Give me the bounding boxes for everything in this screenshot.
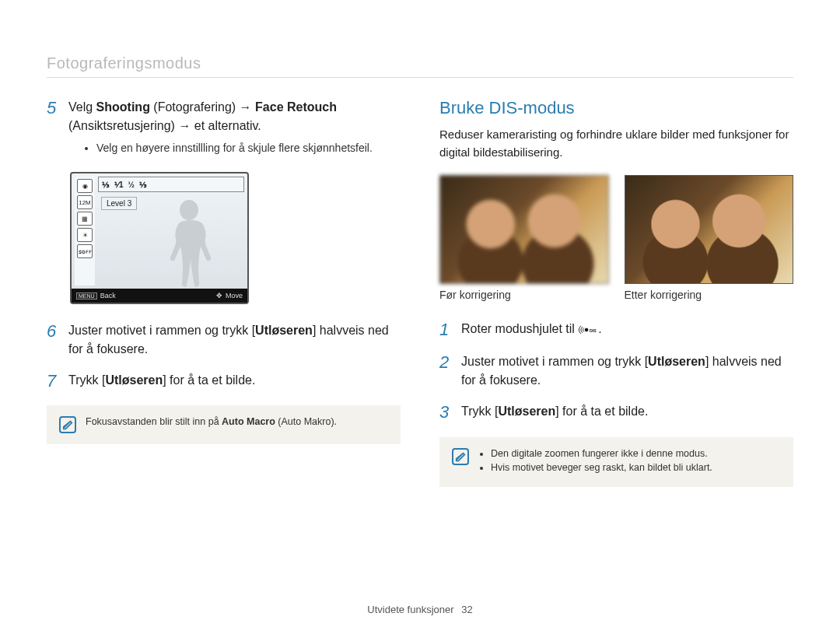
before-image (439, 175, 609, 284)
move-icon: ✥ (216, 292, 222, 299)
step-1: 1 Roter modushjulet til DIS. (439, 320, 793, 340)
note-icon (59, 416, 76, 433)
svg-point-0 (585, 328, 588, 331)
note-icon (452, 448, 469, 465)
back-label: Back (100, 292, 116, 299)
dis-mode-icon: DIS (578, 323, 598, 337)
step-text: Juster motivet i rammen og trykk [Utløse… (461, 352, 793, 390)
step-6: 6 Juster motivet i rammen og trykk [Utlø… (47, 321, 401, 359)
step-text: Roter modushjulet til DIS. (461, 320, 793, 340)
step-number: 1 (439, 320, 453, 340)
step-5: 5 Velg Shooting (Fotografering) → Face R… (47, 98, 401, 159)
note-item: Den digitale zoomen fungerer ikke i denn… (491, 448, 712, 459)
note-list: Den digitale zoomen fungerer ikke i denn… (491, 448, 712, 476)
lcd-icon: ◉ (77, 179, 93, 193)
step-number: 7 (47, 371, 61, 391)
menu-icon: MENU (76, 292, 97, 299)
right-column: Bruke DIS-modus Reduser kameraristing og… (439, 98, 793, 487)
step-text: Trykk [Utløseren] for å ta et bilde. (68, 371, 401, 391)
footer-text: Utvidete funksjoner (367, 604, 453, 615)
step-text: Velg Shooting (Fotografering) → Face Ret… (68, 98, 401, 159)
before-caption: Før korrigering (439, 289, 609, 301)
step-number: 6 (47, 321, 61, 359)
example-image-row (439, 175, 793, 284)
section-header: Fotograferingsmodus (47, 54, 793, 78)
silhouette-icon (158, 194, 220, 287)
lcd-icon: 12M (77, 195, 93, 209)
intro-paragraph: Reduser kameraristing og forhindre uklar… (439, 126, 793, 161)
lcd-left-icons: ◉ 12M ▦ ☀ ꜱᴏꜰꜰ (75, 177, 95, 285)
lcd-icon: ꜱᴏꜰꜰ (77, 244, 93, 258)
step-number: 5 (47, 98, 61, 159)
page-footer: Utvidete funksjoner 32 (0, 604, 840, 615)
note-box: Fokusavstanden blir stilt inn på Auto Ma… (47, 405, 401, 444)
step-7: 7 Trykk [Utløseren] for å ta et bilde. (47, 371, 401, 391)
note-text: Fokusavstanden blir stilt inn på Auto Ma… (86, 416, 337, 433)
lcd-top-icons: ⅓ ⅟1 ½ ⅓ (98, 177, 244, 192)
section-title: Bruke DIS-modus (439, 98, 793, 118)
step-number: 2 (439, 352, 453, 390)
left-column: 5 Velg Shooting (Fotografering) → Face R… (47, 98, 401, 487)
lcd-level-label: Level 3 (101, 197, 137, 210)
step-2: 2 Juster motivet i rammen og trykk [Utlø… (439, 352, 793, 390)
svg-text:DIS: DIS (590, 328, 597, 333)
lcd-icon: ☀ (77, 228, 93, 242)
page-number: 32 (461, 604, 472, 615)
step-3: 3 Trykk [Utløseren] for å ta et bilde. (439, 402, 793, 422)
step-text: Juster motivet i rammen og trykk [Utløse… (68, 321, 401, 359)
note-item: Hvis motivet beveger seg raskt, kan bild… (491, 462, 712, 473)
lcd-icon: ▦ (77, 212, 93, 226)
after-image (625, 175, 794, 284)
lcd-bottom-bar: MENU Back ✥ Move (72, 289, 247, 303)
step-text: Trykk [Utløseren] for å ta et bilde. (461, 402, 793, 422)
note-box: Den digitale zoomen fungerer ikke i denn… (439, 437, 793, 487)
step-number: 3 (439, 402, 453, 422)
step-5-bullet: Velg en høyere innstillling for å skjule… (96, 140, 401, 156)
after-caption: Etter korrigering (625, 289, 794, 301)
move-label: Move (226, 292, 243, 299)
image-caption-row: Før korrigering Etter korrigering (439, 289, 793, 301)
camera-lcd-illustration: ◉ 12M ▦ ☀ ꜱᴏꜰꜰ ⅓ ⅟1 ½ ⅓ Level 3 (70, 172, 249, 304)
